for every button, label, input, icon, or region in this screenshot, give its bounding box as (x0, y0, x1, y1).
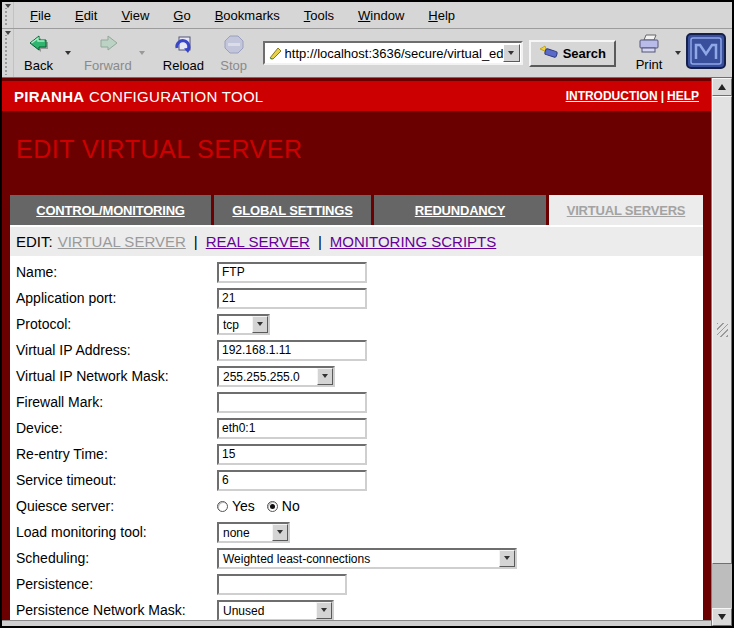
tab-label: VIRTUAL SERVERS (567, 203, 686, 218)
search-icon (539, 45, 559, 61)
url-input[interactable] (285, 46, 503, 61)
chevron-down-icon (508, 51, 514, 55)
form-row-protocol: Protocol: tcp (10, 311, 703, 337)
arrow-up-icon (718, 84, 726, 90)
reentry-time-input[interactable] (217, 444, 367, 465)
virtual-server-form: Name: Application port: Protocol: tcp (10, 256, 703, 620)
back-dropdown-icon[interactable] (65, 51, 71, 55)
mozilla-logo-button[interactable] (686, 33, 726, 73)
menu-item-go[interactable]: Go (161, 4, 202, 27)
form-row-virtual-ip: Virtual IP Address: (10, 337, 703, 363)
tab-label: REDUNDANCY (415, 203, 505, 218)
print-icon (636, 34, 662, 57)
chevron-down-icon (317, 368, 333, 385)
forward-dropdown-icon[interactable] (139, 51, 145, 55)
menu-item-help[interactable]: Help (416, 4, 467, 27)
field-label: Virtual IP Address: (10, 342, 217, 358)
back-button[interactable]: Back (18, 32, 60, 75)
field-label: Quiesce server: (10, 498, 217, 514)
url-history-button[interactable] (503, 44, 520, 62)
browser-content: PIRANHA CONFIGURATION TOOL INTRODUCTION|… (2, 78, 732, 626)
url-bar (263, 41, 523, 65)
back-icon (27, 34, 51, 58)
form-row-persistence-mask: Persistence Network Mask: Unused (10, 597, 703, 620)
scrollbar-trough[interactable] (712, 564, 732, 608)
print-dropdown-icon[interactable] (675, 51, 681, 55)
tab-global-settings[interactable]: GLOBAL SETTINGS (214, 195, 371, 225)
menu-item-edit[interactable]: Edit (63, 4, 109, 27)
arrow-down-icon (718, 614, 726, 620)
introduction-link[interactable]: INTRODUCTION (566, 89, 658, 103)
field-label: Scheduling: (10, 550, 217, 566)
scroll-down-button[interactable] (712, 608, 732, 626)
tab-redundancy[interactable]: REDUNDANCY (374, 195, 546, 225)
toolbar-grippy[interactable] (2, 2, 14, 28)
reload-button[interactable]: Reload (160, 32, 207, 75)
quiesce-yes-radio[interactable] (217, 501, 228, 512)
stop-button[interactable]: Stop (213, 32, 255, 75)
edit-subnav: EDIT: VIRTUAL SERVER | REAL SERVER | MON… (10, 227, 703, 256)
browser-window: File Edit View Go Bookmarks Tools Window… (0, 0, 734, 628)
field-label: Device: (10, 420, 217, 436)
name-input[interactable] (217, 262, 367, 283)
help-link[interactable]: HELP (667, 89, 699, 103)
chevron-down-icon (252, 316, 268, 333)
forward-button[interactable]: Forward (82, 32, 135, 75)
scrollbar-thumb[interactable] (712, 96, 732, 564)
protocol-select[interactable]: tcp (217, 314, 270, 335)
app-title: PIRANHA CONFIGURATION TOOL (14, 88, 264, 105)
firewall-mark-input[interactable] (217, 392, 367, 413)
tab-label: CONTROL/MONITORING (36, 203, 185, 218)
chevron-down-icon (499, 550, 515, 567)
scheduling-select[interactable]: Weighted least-connections (217, 548, 517, 569)
menu-bar: File Edit View Go Bookmarks Tools Window… (2, 2, 732, 29)
device-input[interactable] (217, 418, 367, 439)
chevron-down-icon (272, 524, 288, 541)
page-column: PIRANHA CONFIGURATION TOOL INTRODUCTION|… (2, 78, 711, 626)
field-label: Service timeout: (10, 472, 217, 488)
app-title-bold: PIRANHA (14, 88, 84, 105)
form-row-application-port: Application port: (10, 285, 703, 311)
tab-bar: CONTROL/MONITORING GLOBAL SETTINGS REDUN… (10, 195, 703, 225)
search-button[interactable]: Search (529, 40, 616, 67)
print-button[interactable]: Print (628, 32, 670, 74)
tab-control-monitoring[interactable]: CONTROL/MONITORING (10, 195, 211, 225)
collapse-icon (5, 31, 11, 35)
form-row-reentry-time: Re-entry Time: (10, 441, 703, 467)
toolbar-grippy[interactable] (2, 29, 14, 77)
subnav-virtual-server-current[interactable]: VIRTUAL SERVER (58, 233, 186, 250)
service-timeout-input[interactable] (217, 470, 367, 491)
app-header: PIRANHA CONFIGURATION TOOL INTRODUCTION|… (2, 81, 711, 111)
subnav-separator: | (310, 233, 330, 250)
form-row-firewall-mark: Firewall Mark: (10, 389, 703, 415)
persistence-mask-select[interactable]: Unused (217, 600, 334, 621)
subnav-monitoring-scripts-link[interactable]: MONITORING SCRIPTS (330, 233, 496, 250)
back-label: Back (24, 58, 53, 73)
virtual-ip-input[interactable] (217, 340, 367, 361)
select-value: 255.255.255.0 (219, 368, 317, 385)
menu-item-view[interactable]: View (109, 4, 161, 27)
page-title: EDIT VIRTUAL SERVER (2, 111, 711, 195)
reload-label: Reload (163, 58, 204, 73)
subnav-real-server-link[interactable]: REAL SERVER (206, 233, 310, 250)
print-label: Print (636, 57, 663, 72)
quiesce-yes-label: Yes (232, 498, 255, 514)
select-value: Unused (219, 602, 316, 619)
virtual-ip-mask-select[interactable]: 255.255.255.0 (217, 366, 335, 387)
menu-item-file[interactable]: File (18, 4, 63, 27)
menu-item-tools[interactable]: Tools (292, 4, 346, 27)
persistence-input[interactable] (217, 574, 347, 595)
form-row-service-timeout: Service timeout: (10, 467, 703, 493)
menu-item-window[interactable]: Window (346, 4, 416, 27)
forward-icon (96, 34, 120, 58)
application-port-input[interactable] (217, 288, 367, 309)
scroll-up-button[interactable] (712, 78, 732, 96)
quiesce-no-radio[interactable] (267, 501, 278, 512)
form-row-quiesce-server: Quiesce server: Yes No (10, 493, 703, 519)
tab-virtual-servers[interactable]: VIRTUAL SERVERS (549, 195, 703, 225)
field-label: Re-entry Time: (10, 446, 217, 462)
page-viewport: PIRANHA CONFIGURATION TOOL INTRODUCTION|… (2, 78, 711, 620)
menu-item-bookmarks[interactable]: Bookmarks (203, 4, 292, 27)
vertical-scrollbar (711, 78, 732, 626)
load-monitoring-select[interactable]: none (217, 522, 290, 543)
